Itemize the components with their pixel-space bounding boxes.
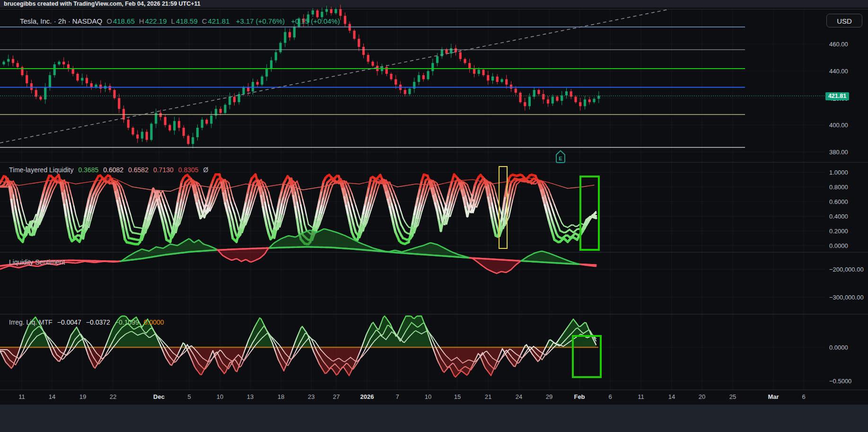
indicator-legend-time-layered-liquidity: Time-layered Liquidity0.36850.60820.6582…	[9, 166, 208, 174]
time-axis-label: 6	[802, 393, 805, 400]
candle-body	[26, 75, 28, 83]
candle-body	[30, 83, 33, 90]
candle-body	[150, 123, 152, 140]
candle-body	[275, 52, 277, 60]
candle-body	[228, 97, 231, 105]
time-axis-label: 23	[308, 393, 315, 400]
candle-body	[62, 62, 65, 64]
price-axis-label: −300,000.00	[829, 294, 864, 301]
indicator-value: 0.3685	[78, 166, 98, 174]
svg-text:E: E	[559, 156, 562, 161]
indicator-value: 0.6582	[128, 166, 149, 174]
symbol-title[interactable]: Tesla, Inc. · 2h · NASDAQ	[20, 17, 102, 25]
ohlc-value: 418.65	[113, 17, 135, 25]
ohlc-key: L	[171, 17, 175, 25]
ohlc-key: O	[106, 17, 112, 25]
price-axis-label: 0.8000	[829, 184, 848, 191]
candle-body	[500, 79, 503, 82]
candle-body	[515, 88, 517, 93]
earnings-icon[interactable]: E	[556, 151, 565, 163]
change-value-2: +0.15 (+0.04%)	[291, 17, 340, 25]
candle-body	[39, 97, 42, 99]
candle-body	[455, 48, 457, 53]
candle-body	[109, 86, 111, 90]
indicator-title[interactable]: Time-layered Liquidity	[9, 166, 73, 174]
price-axis-label: −200,000.00	[829, 266, 864, 273]
time-axis-label: 27	[333, 393, 340, 400]
candles	[2, 5, 600, 148]
candle-body	[17, 63, 19, 67]
candle-body	[505, 79, 508, 84]
time-axis-label: 15	[454, 393, 461, 400]
price-drawings[interactable]	[0, 9, 825, 148]
ohlc-value: 421.81	[208, 17, 230, 25]
time-axis-label: 29	[546, 393, 552, 400]
symbol-legend: Tesla, Inc. · 2h · NASDAQO418.65H422.19L…	[20, 17, 340, 25]
candle-body	[242, 88, 245, 94]
candle-body	[90, 83, 93, 88]
candle-body	[588, 99, 591, 102]
ohlc-key: H	[139, 17, 144, 25]
price-axis-label: 0.4000	[829, 213, 848, 220]
candle-body	[72, 69, 74, 74]
price-axis-label: 1.0000	[829, 169, 848, 176]
candle-body	[344, 16, 346, 24]
price-axis-label: 440.00	[829, 68, 848, 75]
candle-body	[473, 69, 475, 74]
candle-body	[219, 109, 222, 113]
candle-body	[81, 78, 83, 81]
candle-body	[159, 113, 162, 117]
indicator-title[interactable]: Liquidity Sentiment	[9, 258, 65, 266]
candle-body	[224, 105, 226, 113]
time-axis[interactable]: 11141922Dec51013182327202671015212429Feb…	[0, 390, 868, 405]
candle-body	[408, 88, 411, 94]
chart-canvas[interactable]: E	[0, 0, 868, 432]
candle-body	[168, 125, 171, 130]
candle-body	[450, 48, 452, 53]
candle-body	[533, 90, 535, 97]
candle-body	[334, 9, 337, 13]
candle-body	[537, 90, 540, 94]
indicator-legend-irreg-liq-mtf: Irreg. Liq. MTF−0.0047−0.0372−0.10990.00…	[9, 318, 164, 326]
time-axis-label: 13	[247, 393, 254, 400]
indicator-value: −0.0047	[57, 318, 81, 326]
candle-body	[418, 75, 420, 82]
candle-body	[289, 32, 291, 37]
candle-body	[233, 97, 236, 102]
candle-body	[528, 97, 531, 106]
price-axis-label: −0.5000	[829, 378, 851, 385]
candle-body	[2, 62, 5, 64]
candle-body	[127, 120, 130, 128]
candle-body	[556, 97, 558, 101]
candle-body	[362, 47, 365, 55]
candle-body	[76, 74, 79, 80]
candle-body	[395, 79, 397, 84]
tradingview-snapshot: brucegibbs created with TradingView.com,…	[0, 0, 868, 432]
candle-body	[86, 78, 88, 83]
change-value: +3.17 (+0.76%)	[236, 17, 285, 25]
price-axis-label: 0.0000	[829, 242, 848, 249]
candle-body	[173, 121, 175, 131]
candle-body	[593, 99, 595, 102]
candle-body	[464, 59, 466, 63]
indicator-value: −0.1099	[115, 318, 139, 326]
candle-body	[321, 12, 323, 17]
candle-body	[265, 69, 268, 77]
candle-body	[113, 90, 115, 98]
time-axis-label: 5	[187, 393, 191, 400]
irreg-liq-fill	[247, 318, 274, 347]
indicator-title[interactable]: Irreg. Liq. MTF	[9, 318, 53, 326]
candle-body	[431, 63, 434, 71]
time-axis-label: 24	[516, 393, 522, 400]
candle-body	[482, 70, 484, 75]
time-axis-label: Feb	[574, 393, 585, 400]
time-axis-label: 18	[278, 393, 284, 400]
candle-body	[67, 64, 70, 69]
candle-body	[35, 90, 37, 97]
candle-body	[44, 88, 46, 100]
candle-body	[325, 9, 328, 12]
candle-body	[445, 50, 447, 54]
candle-body	[565, 91, 568, 96]
price-axis[interactable]: 460.00440.00420.00400.00380.001.00000.80…	[825, 9, 868, 390]
candle-body	[7, 59, 9, 62]
